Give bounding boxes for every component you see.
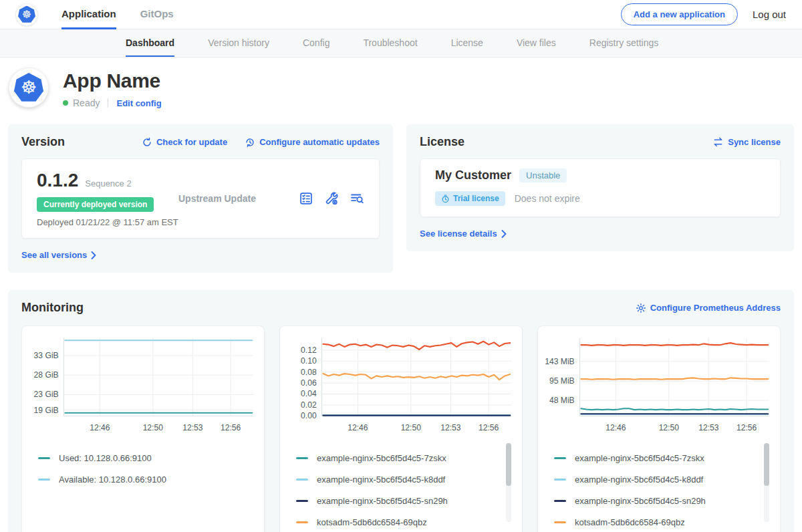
tab-license[interactable]: License: [451, 29, 483, 57]
legend-swatch: [296, 521, 308, 523]
helm-wheel-icon: ☸: [21, 79, 37, 97]
legend-swatch: [554, 521, 566, 523]
memory-usage-legend: example-nginx-5bc6f5d4c5-7zskxexample-ng…: [554, 442, 771, 532]
svg-text:0.10: 0.10: [301, 356, 317, 366]
svg-text:0.04: 0.04: [301, 389, 317, 398]
tab-config[interactable]: Config: [303, 29, 329, 57]
view-diff-file-search-icon[interactable]: [350, 191, 364, 206]
clock-refresh-icon: [245, 137, 255, 148]
cpu-usage-chart: 0.000.020.040.060.080.100.1212:4612:5012…: [287, 333, 515, 440]
logout-button[interactable]: Log out: [753, 9, 786, 20]
svg-text:48 MiB: 48 MiB: [549, 396, 575, 405]
sync-license-link[interactable]: Sync license: [712, 137, 781, 147]
svg-text:28 GiB: 28 GiB: [34, 370, 59, 380]
license-card: License Sync license My Customer Unstabl…: [406, 124, 794, 251]
current-version-row: 0.1.2 Sequence 2 Currently deployed vers…: [21, 158, 380, 239]
version-card: Version Check for update Configure autom…: [8, 124, 393, 273]
svg-text:0.08: 0.08: [301, 368, 317, 377]
top-nav: ☸ Application GitOps Add a new applicati…: [0, 0, 802, 29]
legend-swatch: [296, 479, 308, 481]
check-for-update-link[interactable]: Check for update: [142, 137, 227, 148]
svg-text:12:50: 12:50: [143, 423, 164, 432]
legend-label: example-nginx-5bc6f5d4c5-7zskx: [317, 453, 446, 463]
memory-usage-chart-card: 48 MiB95 MiB143 MiB12:4612:5012:5312:56 …: [537, 325, 781, 532]
legend-label: example-nginx-5bc6f5d4c5-k8ddf: [317, 475, 445, 485]
configure-prometheus-label: Configure Prometheus Address: [650, 303, 781, 313]
svg-text:12:56: 12:56: [479, 423, 499, 432]
legend-item: example-nginx-5bc6f5d4c5-sn29h: [296, 496, 501, 506]
cpu-usage-chart-card: 0.000.020.040.060.080.100.1212:4612:5012…: [279, 325, 523, 532]
legend-item: Used: 10.128.0.66:9100: [38, 453, 243, 463]
see-license-details-label: See license details: [420, 229, 497, 239]
tab-dashboard[interactable]: Dashboard: [126, 29, 174, 57]
chevron-right-icon: [501, 230, 507, 238]
app-header: ☸ App Name Ready Edit config: [0, 57, 802, 122]
disk-usage-legend: Used: 10.128.0.66:9100Available: 10.128.…: [38, 442, 255, 496]
legend-label: example-nginx-5bc6f5d4c5-k8ddf: [575, 475, 703, 485]
legend-swatch: [38, 479, 50, 481]
svg-text:0.00: 0.00: [301, 411, 317, 420]
topnav-item-gitops[interactable]: GitOps: [140, 0, 174, 29]
disk-usage-chart-card: 19 GiB23 GiB28 GiB33 GiB12:4612:5012:531…: [21, 325, 265, 532]
tab-registry-settings[interactable]: Registry settings: [589, 29, 658, 57]
version-source: Upstream Update: [178, 193, 299, 204]
svg-text:0.02: 0.02: [301, 400, 317, 410]
status-dot: [63, 100, 68, 106]
svg-text:12:50: 12:50: [659, 423, 680, 432]
app-tab-bar: Dashboard Version history Config Trouble…: [0, 29, 802, 57]
memory-usage-chart: 48 MiB95 MiB143 MiB12:4612:5012:5312:56: [545, 333, 773, 440]
disk-usage-chart: 19 GiB23 GiB28 GiB33 GiB12:4612:5012:531…: [29, 333, 257, 440]
legend-swatch: [554, 500, 566, 502]
trial-license-badge: Trial license: [435, 191, 505, 206]
configure-automatic-updates-label: Configure automatic updates: [259, 137, 380, 147]
add-new-application-button[interactable]: Add a new application: [621, 3, 738, 25]
legend-label: example-nginx-5bc6f5d4c5-sn29h: [575, 496, 706, 506]
svg-text:33 GiB: 33 GiB: [34, 351, 59, 360]
chevron-right-icon: [91, 251, 96, 259]
legend-swatch: [296, 500, 308, 502]
preflight-checks-icon[interactable]: [299, 191, 313, 206]
check-for-update-label: Check for update: [156, 137, 227, 147]
configure-prometheus-link[interactable]: Configure Prometheus Address: [636, 303, 781, 313]
legend-item: example-nginx-5bc6f5d4c5-sn29h: [554, 496, 759, 506]
svg-text:12:46: 12:46: [348, 423, 368, 432]
svg-text:0.06: 0.06: [301, 378, 317, 388]
refresh-icon: [142, 137, 152, 148]
edit-config-wrench-icon[interactable]: [324, 191, 339, 206]
legend-scrollbar-thumb[interactable]: [506, 443, 511, 486]
legend-item: Available: 10.128.0.66:9100: [38, 475, 243, 485]
svg-text:143 MiB: 143 MiB: [545, 357, 574, 366]
configure-automatic-updates-link[interactable]: Configure automatic updates: [245, 137, 380, 148]
legend-item: example-nginx-5bc6f5d4c5-k8ddf: [296, 475, 501, 485]
edit-config-link[interactable]: Edit config: [116, 98, 161, 108]
legend-item: example-nginx-5bc6f5d4c5-7zskx: [296, 453, 501, 463]
see-all-versions-link[interactable]: See all versions: [21, 250, 96, 260]
legend-swatch: [554, 457, 566, 459]
legend-swatch: [554, 479, 566, 481]
version-sequence: Sequence 2: [85, 178, 131, 188]
svg-text:12:46: 12:46: [606, 423, 626, 432]
legend-scrollbar-thumb[interactable]: [764, 443, 769, 486]
monitoring-section: Monitoring Configure Prometheus Address …: [8, 290, 794, 532]
legend-label: kotsadm-5db6dc6584-69qbz: [317, 517, 427, 527]
tab-version-history[interactable]: Version history: [208, 29, 269, 57]
divider: [108, 98, 108, 108]
legend-scrollbar[interactable]: [764, 443, 769, 522]
monitoring-title: Monitoring: [21, 301, 84, 315]
sync-arrows-icon: [712, 137, 724, 147]
app-avatar: ☸: [9, 68, 48, 107]
legend-item: example-nginx-5bc6f5d4c5-7zskx: [554, 453, 759, 463]
legend-label: kotsadm-5db6dc6584-69qbz: [575, 517, 685, 527]
legend-swatch: [38, 457, 50, 459]
svg-text:95 MiB: 95 MiB: [549, 376, 575, 386]
svg-text:12:46: 12:46: [90, 423, 110, 432]
tab-view-files[interactable]: View files: [517, 29, 556, 57]
tab-troubleshoot[interactable]: Troubleshoot: [363, 29, 417, 57]
channel-badge: Unstable: [519, 168, 567, 182]
topnav-item-application[interactable]: Application: [61, 0, 116, 29]
page-title: App Name: [63, 70, 162, 92]
svg-text:12:50: 12:50: [401, 423, 422, 432]
see-license-details-link[interactable]: See license details: [420, 229, 507, 239]
customer-name: My Customer: [435, 168, 511, 182]
legend-scrollbar[interactable]: [506, 443, 511, 522]
